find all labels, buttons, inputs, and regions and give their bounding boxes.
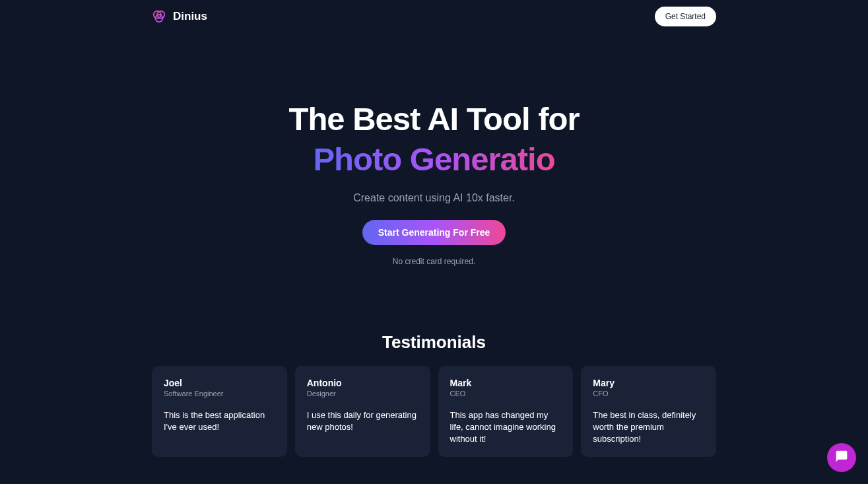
testimonial-role: CFO bbox=[593, 390, 704, 398]
logo[interactable]: Dinius bbox=[152, 9, 207, 24]
chat-button[interactable] bbox=[827, 443, 856, 472]
testimonial-quote: This is the best application I've ever u… bbox=[164, 409, 275, 433]
testimonial-name: Joel bbox=[164, 378, 275, 388]
hero-title-line1: The Best AI Tool for bbox=[0, 99, 868, 139]
cta-note: No credit card required. bbox=[0, 257, 868, 266]
testimonial-card: Mary CFO The best in class, definitely w… bbox=[581, 366, 716, 458]
testimonial-quote: This app has changed my life, cannot ima… bbox=[450, 409, 562, 446]
testimonials-section: Testimonials Joel Software Engineer This… bbox=[0, 332, 868, 458]
testimonial-quote: The best in class, definitely worth the … bbox=[593, 409, 704, 446]
brand-name: Dinius bbox=[173, 10, 207, 23]
testimonial-quote: I use this daily for generating new phot… bbox=[307, 409, 418, 433]
testimonial-name: Antonio bbox=[307, 378, 418, 388]
testimonial-card: Mark CEO This app has changed my life, c… bbox=[438, 366, 574, 458]
testimonial-role: Software Engineer bbox=[164, 390, 275, 398]
start-generating-button[interactable]: Start Generating For Free bbox=[362, 220, 506, 245]
testimonial-name: Mary bbox=[593, 378, 704, 388]
brand-logo-icon bbox=[152, 9, 166, 24]
testimonial-card: Antonio Designer I use this daily for ge… bbox=[295, 366, 430, 458]
hero-subtitle: Create content using AI 10x faster. bbox=[0, 192, 868, 204]
testimonial-name: Mark bbox=[450, 378, 562, 388]
testimonial-role: Designer bbox=[307, 390, 418, 398]
hero-title-line2: Photo Generatio bbox=[313, 139, 554, 180]
header: Dinius Get Started bbox=[0, 0, 868, 33]
get-started-button[interactable]: Get Started bbox=[655, 7, 716, 26]
chat-icon bbox=[835, 450, 848, 466]
testimonials-title: Testimonials bbox=[152, 332, 716, 353]
testimonials-grid: Joel Software Engineer This is the best … bbox=[152, 366, 716, 458]
testimonial-card: Joel Software Engineer This is the best … bbox=[152, 366, 287, 458]
testimonial-role: CEO bbox=[450, 390, 562, 398]
hero-section: The Best AI Tool for Photo Generatio Cre… bbox=[0, 33, 868, 266]
